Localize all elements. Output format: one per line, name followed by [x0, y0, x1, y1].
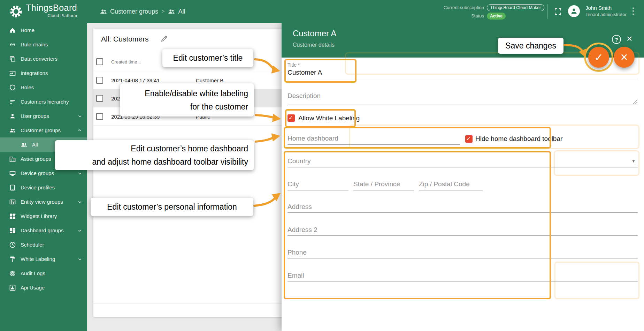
description-field[interactable]: Description: [288, 92, 321, 100]
highlight-home-dashboard: [284, 127, 551, 149]
user-menu-icon[interactable]: ⋮: [629, 6, 638, 15]
highlight-personal-info: [284, 151, 551, 299]
building-icon: [9, 156, 16, 163]
close-icon[interactable]: ×: [627, 34, 632, 44]
sidebar-item-integrations[interactable]: Integrations: [0, 66, 87, 80]
highlight-title-field: [284, 59, 356, 83]
column-created-time[interactable]: Created time↓: [111, 59, 141, 64]
chevron-down-icon: [77, 170, 83, 176]
description-underline: [288, 105, 638, 105]
sort-desc-icon: ↓: [139, 59, 141, 64]
logo[interactable]: ThingsBoard Cloud Platform: [26, 3, 77, 18]
integrations-icon: [9, 70, 16, 77]
check-icon: ✓: [594, 51, 603, 63]
person-icon: [570, 7, 578, 15]
sidebar-item-white-labeling[interactable]: White Labeling: [0, 252, 87, 266]
sidebar-item-home[interactable]: Home: [0, 23, 87, 37]
user-name: John Smith: [585, 5, 612, 11]
cancel-button[interactable]: ×: [614, 47, 635, 68]
avatar[interactable]: [568, 5, 580, 17]
row-checkbox[interactable]: [96, 95, 103, 102]
sidebar-item-data-converters[interactable]: Data converters: [0, 52, 87, 66]
user-role: Tenant administrator: [585, 12, 627, 17]
details-subtitle: Customer details: [293, 42, 335, 48]
close-icon: ×: [620, 50, 628, 65]
select-all-checkbox[interactable]: [96, 58, 103, 65]
sidebar-item-rule-chains[interactable]: Rule chains: [0, 37, 87, 52]
breadcrumb-separator: >: [161, 8, 164, 15]
chart-icon: [9, 284, 16, 291]
callout-edit-title: Edit customer’s title: [162, 49, 253, 67]
highlight-ghost: [554, 262, 639, 299]
highlight-ghost: [554, 150, 639, 176]
sidebar-item-device-profiles[interactable]: Device profiles: [0, 180, 87, 195]
sidebar-item-scheduler[interactable]: Scheduler: [0, 238, 87, 252]
chevron-down-icon: [77, 113, 83, 119]
shield-icon: [9, 84, 16, 91]
sidebar-item-api-usage[interactable]: Api Usage: [0, 280, 87, 295]
chevron-down-icon: [77, 256, 83, 262]
chevron-down-icon: [77, 199, 83, 205]
home-icon: [9, 27, 16, 34]
subscription-badge: ThingsBoard Cloud Maker: [487, 4, 544, 11]
details-title: Customer A: [293, 29, 336, 38]
people-icon: [100, 8, 107, 15]
highlight-white-labeling: [285, 109, 356, 127]
breadcrumb-customer-groups[interactable]: Customer groups: [100, 8, 158, 15]
sidebar-item-user-groups[interactable]: User groups: [0, 109, 87, 123]
topbar-divider: [547, 4, 548, 19]
callout-personal-info: Edit customer’s personal information: [91, 198, 253, 216]
hierarchy-icon: [9, 98, 16, 105]
widgets-icon: [9, 213, 16, 220]
callout-home-dashboard: Edit customer’s home dashboard and adjus…: [55, 140, 254, 170]
device-profile-icon: [9, 184, 16, 191]
rule-chains-icon: [9, 41, 16, 48]
help-icon[interactable]: ?: [612, 35, 621, 44]
app-root: ThingsBoard Cloud Platform Customer grou…: [0, 0, 644, 331]
sidebar: Home Rule chains Data converters Integra…: [0, 23, 87, 331]
paint-icon: [9, 256, 16, 263]
top-app-bar: ThingsBoard Cloud Platform Customer grou…: [0, 0, 644, 23]
sidebar-item-customer-groups[interactable]: Customer groups: [0, 123, 87, 137]
customers-table-card: All: Customers Created time↓ 2021-04-08 …: [93, 29, 300, 317]
sidebar-item-entity-view-groups[interactable]: Entity view groups: [0, 195, 87, 209]
devices-icon: [9, 170, 16, 177]
row-checkbox[interactable]: [96, 77, 103, 84]
entity-views-icon: [9, 198, 16, 205]
status-label: Status: [437, 13, 484, 18]
save-button[interactable]: ✓: [588, 47, 609, 68]
sidebar-item-widgets-library[interactable]: Widgets Library: [0, 209, 87, 223]
people-icon: [168, 8, 175, 15]
breadcrumb-all[interactable]: All: [168, 8, 185, 15]
clock-icon: [9, 241, 16, 248]
row-checkbox[interactable]: [96, 113, 103, 120]
table-footer-divider: [93, 303, 300, 303]
chevron-down-icon: [77, 227, 83, 234]
callout-save-changes: Save changes: [498, 38, 564, 54]
edit-title-icon[interactable]: [161, 35, 168, 42]
chevron-up-icon: [77, 127, 83, 134]
dashboard-icon: [9, 227, 16, 234]
page-title: All: Customers: [101, 35, 149, 43]
app-tagline: Cloud Platform: [26, 14, 77, 18]
app-name: ThingsBoard: [26, 3, 77, 13]
people-icon: [21, 141, 28, 148]
sidebar-item-customers-hierarchy[interactable]: Customers hierarchy: [0, 95, 87, 109]
sidebar-item-dashboard-groups[interactable]: Dashboard groups: [0, 223, 87, 238]
fullscreen-icon[interactable]: [554, 7, 562, 16]
status-badge: Active: [487, 13, 506, 20]
data-converters-icon: [9, 55, 16, 62]
subscription-label: Current subscription: [437, 5, 484, 10]
textarea-resize-handle[interactable]: [633, 99, 638, 104]
people-icon: [9, 127, 16, 134]
track-changes-icon: [9, 270, 16, 277]
thingsboard-logo-gear-icon: [9, 5, 23, 18]
person-icon: [9, 113, 16, 120]
sidebar-item-roles[interactable]: Roles: [0, 80, 87, 95]
breadcrumb: Customer groups > All: [100, 0, 185, 23]
callout-white-labeling: Enable/disable white labeling for the cu…: [120, 83, 254, 116]
sidebar-item-audit-logs[interactable]: Audit Logs: [0, 266, 87, 280]
